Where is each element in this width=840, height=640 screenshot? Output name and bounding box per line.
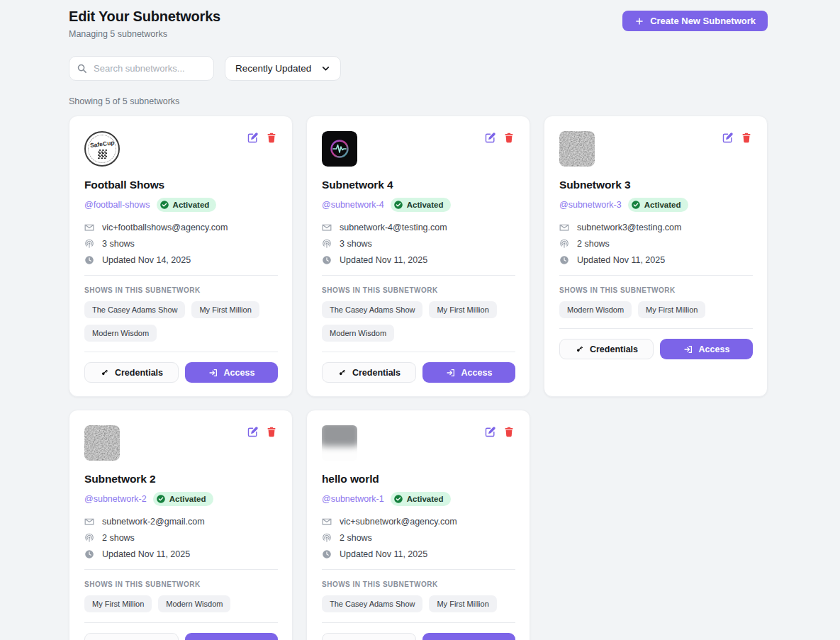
shows-section-label: SHOWS IN THIS SUBNETWORK [84,286,278,294]
blurred-image [322,425,357,461]
subnetwork-handle: @subnetwork-1 [322,494,384,504]
card-actions [246,131,278,147]
key-icon [337,368,347,377]
handle-row: @football-shows Activated [84,198,278,212]
shows-count-row: 2 shows [84,533,278,543]
check-circle-icon [159,200,169,210]
show-tags: The Casey Adams ShowMy First Million [322,595,515,612]
create-button-label: Create New Subnetwork [650,16,756,26]
subnetwork-avatar [559,131,595,167]
podcast-icon [559,239,569,249]
subnetwork-avatar [84,425,120,461]
status-badge: Activated [157,198,217,212]
updated-row: Updated Nov 14, 2025 [84,255,278,265]
edit-subnetwork-button[interactable] [246,131,259,147]
subnetwork-email: vic+subnetwork@agency.com [340,517,457,527]
show-tag: The Casey Adams Show [322,595,422,612]
status-badge-label: Activated [644,201,681,209]
updated-row: Updated Nov 11, 2025 [559,255,753,265]
tags-divider [322,352,515,352]
show-tag: My First Million [429,301,496,318]
delete-subnetwork-button[interactable] [503,131,515,147]
credentials-button[interactable]: Credentials [84,362,179,383]
trash-icon [266,132,277,144]
subnetwork-card: Subnetwork 3 @subnetwork-3 Activated sub… [544,116,768,397]
clock-icon [322,549,332,559]
access-button[interactable]: Access [422,633,515,640]
show-tag: My First Million [638,301,705,318]
handle-row: @subnetwork-1 Activated [322,492,515,506]
subnetwork-shows-count: 2 shows [340,533,372,543]
credentials-button[interactable]: Credentials [322,633,416,640]
subnetwork-name: Subnetwork 4 [322,179,515,191]
card-top [322,425,515,461]
delete-subnetwork-button[interactable] [503,425,515,441]
show-tag: My First Million [84,595,152,612]
edit-subnetwork-button[interactable] [483,425,497,441]
login-arrow-icon [683,344,693,354]
subnetwork-avatar [322,131,357,167]
sort-dropdown[interactable]: Recently Updated [225,56,341,81]
subnetwork-updated: Updated Nov 11, 2025 [102,549,190,559]
show-tags: My First MillionModern Wisdom [84,595,278,612]
access-button[interactable]: Access [422,362,515,383]
noise-image [84,425,120,461]
login-arrow-icon [446,368,456,378]
podcast-icon [84,239,94,249]
subnetwork-email: subnetwork-2@gmail.com [102,517,205,527]
shows-count-row: 2 shows [559,239,753,249]
edit-subnetwork-button[interactable] [483,131,497,147]
create-new-subnetwork-button[interactable]: Create New Subnetwork [622,11,768,31]
show-tag: Modern Wisdom [322,325,394,342]
subnetwork-shows-count: 3 shows [102,239,135,249]
info-divider [559,275,753,276]
search-icon [77,63,87,74]
access-button[interactable]: Access [185,633,278,640]
delete-subnetwork-button[interactable] [265,425,278,441]
shows-count-row: 3 shows [84,239,278,249]
subnetwork-shows-count: 3 shows [340,239,372,249]
show-tags: The Casey Adams ShowMy First MillionMode… [322,301,515,342]
delete-subnetwork-button[interactable] [740,131,753,147]
info-list: vic+subnetwork@agency.com 2 shows Update… [322,517,515,559]
access-button[interactable]: Access [185,362,278,383]
email-row: subnetwork-4@testing.com [322,223,515,232]
subnetwork-avatar [322,425,357,461]
login-arrow-icon [208,368,218,378]
status-badge-label: Activated [407,495,444,503]
delete-subnetwork-button[interactable] [265,131,278,147]
subnetwork-card: SafeCup [69,116,293,397]
check-circle-icon [393,494,403,504]
podcast-icon [84,533,94,543]
subnetwork-avatar: SafeCup [84,131,120,167]
subnetwork-updated: Updated Nov 11, 2025 [577,255,665,265]
handle-row: @subnetwork-3 Activated [559,198,753,212]
search-input[interactable] [69,56,214,81]
edit-subnetwork-button[interactable] [246,425,259,441]
card-footer: Credentials Access [322,362,515,383]
card-actions [483,425,515,441]
status-badge-label: Activated [169,495,206,503]
updated-row: Updated Nov 11, 2025 [322,255,515,265]
status-badge: Activated [391,492,451,506]
info-divider [322,275,515,276]
trash-icon [741,132,752,144]
credentials-button[interactable]: Credentials [84,633,179,640]
qr-code-graphic [98,150,107,159]
clock-icon [84,255,94,265]
subnetwork-handle: @subnetwork-4 [322,200,384,210]
card-footer: Credentials Access [84,362,278,383]
credentials-button[interactable]: Credentials [322,362,416,383]
subnetwork-email: vic+footballshows@agency.com [102,223,228,232]
shows-count-row: 3 shows [322,239,515,249]
trash-icon [503,132,515,144]
subnetwork-email: subnetwork-4@testing.com [340,223,447,232]
access-button-label: Access [699,344,730,354]
credentials-button[interactable]: Credentials [559,339,654,359]
show-tag: Modern Wisdom [84,325,157,342]
envelope-icon [84,223,94,232]
shows-section-label: SHOWS IN THIS SUBNETWORK [322,286,515,294]
edit-subnetwork-button[interactable] [721,131,734,147]
search-wrap [69,56,214,81]
access-button[interactable]: Access [660,339,753,359]
